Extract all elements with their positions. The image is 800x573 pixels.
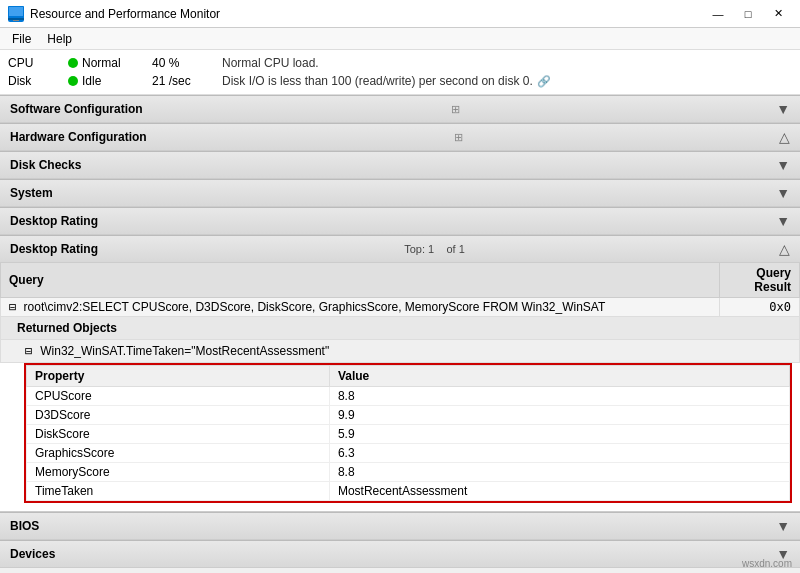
property-name: CPUScore [27,387,330,406]
disk-checks-section: Disk Checks ▼ [0,151,800,179]
system-collapse-icon: ▼ [776,185,790,201]
property-row: D3DScore 9.9 [27,406,790,425]
close-button[interactable]: ✕ [764,4,792,24]
svg-rect-1 [8,18,24,20]
software-config-header[interactable]: Software Configuration ⊞ ▼ [0,95,800,122]
property-table: Property Value CPUScore 8.8 D3DScore 9.9… [26,365,790,501]
property-value: 8.8 [329,463,789,482]
svg-rect-2 [13,20,19,21]
property-name: D3DScore [27,406,330,425]
property-row: CPUScore 8.8 [27,387,790,406]
desktop-rating-collapsed-title: Desktop Rating [10,214,98,228]
query-value: root\cimv2:SELECT CPUScore, D3DScore, Di… [24,300,606,314]
desktop-rating-body: Query Query Result ⊟ root\cimv2:SELECT C… [0,262,800,503]
window-title: Resource and Performance Monitor [30,7,220,21]
cpu-dot [68,58,78,68]
winsat-expand-icon[interactable]: ⊟ [25,344,32,358]
of-label: of 1 [446,243,464,255]
property-value: 5.9 [329,425,789,444]
status-section: CPU Normal 40 % Normal CPU load. Disk Id… [0,50,800,95]
disk-value: 21 /sec [152,74,222,88]
property-row: TimeTaken MostRecentAssessment [27,482,790,501]
returned-objects-cell: Returned Objects [1,317,800,340]
query-result-value: 0x0 [720,298,800,317]
winsat-row: ⊟ Win32_WinSAT.TimeTaken="MostRecentAsse… [1,340,800,363]
bios-header[interactable]: BIOS ▼ [0,512,800,539]
desktop-rating-expand-icon: △ [779,241,790,257]
desktop-rating-collapsed-header[interactable]: Desktop Rating ▼ [0,207,800,234]
disk-checks-title: Disk Checks [10,158,81,172]
property-name: TimeTaken [27,482,330,501]
disk-link[interactable]: 🔗 [537,75,551,88]
devices-header[interactable]: Devices ▼ [0,540,800,567]
query-header: Query [1,263,720,298]
svg-rect-3 [9,7,23,16]
disk-state: Idle [82,74,152,88]
query-result-header: Query Result [720,263,800,298]
query-text: ⊟ root\cimv2:SELECT CPUScore, D3DScore, … [1,298,720,317]
expand-icon[interactable]: ⊟ [9,300,16,314]
property-value: 8.8 [329,387,789,406]
app-icon [8,6,24,22]
property-name: GraphicsScore [27,444,330,463]
disk-checks-collapse-icon: ▼ [776,157,790,173]
software-config-section: Software Configuration ⊞ ▼ [0,95,800,123]
disk-label: Disk [8,74,68,88]
menu-help[interactable]: Help [39,31,80,47]
property-name: MemoryScore [27,463,330,482]
window-controls: — □ ✕ [704,4,792,24]
menu-bar: File Help [0,28,800,50]
maximize-button[interactable]: □ [734,4,762,24]
query-row: ⊟ root\cimv2:SELECT CPUScore, D3DScore, … [1,298,800,317]
watermark: wsxdn.com [742,558,792,569]
hardware-config-header[interactable]: Hardware Configuration ⊞ △ [0,123,800,150]
hardware-config-section: Hardware Configuration ⊞ △ [0,123,800,151]
bios-section: BIOS ▼ [0,512,800,540]
winsat-cell: ⊟ Win32_WinSAT.TimeTaken="MostRecentAsse… [1,340,800,363]
bios-collapse-icon: ▼ [776,518,790,534]
desktop-rating-collapsed-icon: ▼ [776,213,790,229]
value-header: Value [329,366,789,387]
cpu-value: 40 % [152,56,222,70]
disk-status-row: Disk Idle 21 /sec Disk I/O is less than … [8,72,792,90]
hardware-collapse-icon: △ [779,129,790,145]
returned-objects-row: Returned Objects [1,317,800,340]
disk-dot [68,76,78,86]
menu-file[interactable]: File [4,31,39,47]
software-grid-icon: ⊞ [451,103,460,116]
software-config-title: Software Configuration [10,102,143,116]
system-header[interactable]: System ▼ [0,179,800,206]
property-value: MostRecentAssessment [329,482,789,501]
devices-section: Devices ▼ [0,540,800,568]
property-row: GraphicsScore 6.3 [27,444,790,463]
property-row: MemoryScore 8.8 [27,463,790,482]
property-table-wrapper: Property Value CPUScore 8.8 D3DScore 9.9… [24,363,792,503]
property-value: 9.9 [329,406,789,425]
top-info: Top: 1 of 1 [404,243,465,255]
hardware-grid-icon: ⊞ [454,131,463,144]
winsat-label-text: Win32_WinSAT.TimeTaken="MostRecentAssess… [40,344,329,358]
minimize-button[interactable]: — [704,4,732,24]
cpu-status-row: CPU Normal 40 % Normal CPU load. [8,54,792,72]
property-value: 6.3 [329,444,789,463]
property-name: DiskScore [27,425,330,444]
returned-objects-label: Returned Objects [17,321,117,335]
desktop-rating-expanded-section: Desktop Rating Top: 1 of 1 △ Query Query… [0,235,800,512]
disk-desc: Disk I/O is less than 100 (read/write) p… [222,74,533,88]
system-title: System [10,186,53,200]
desktop-rating-expanded-header[interactable]: Desktop Rating Top: 1 of 1 △ [0,235,800,262]
query-table: Query Query Result ⊟ root\cimv2:SELECT C… [0,262,800,363]
software-collapse-icon: ▼ [776,101,790,117]
cpu-desc: Normal CPU load. [222,56,319,70]
bios-title: BIOS [10,519,39,533]
desktop-rating-expanded-title: Desktop Rating [10,242,98,256]
hardware-config-title: Hardware Configuration [10,130,147,144]
system-section: System ▼ [0,179,800,207]
property-row: DiskScore 5.9 [27,425,790,444]
desktop-rating-collapsed-section: Desktop Rating ▼ [0,207,800,235]
disk-checks-header[interactable]: Disk Checks ▼ [0,151,800,178]
property-header: Property [27,366,330,387]
cpu-state: Normal [82,56,152,70]
title-bar: Resource and Performance Monitor — □ ✕ [0,0,800,28]
devices-title: Devices [10,547,55,561]
